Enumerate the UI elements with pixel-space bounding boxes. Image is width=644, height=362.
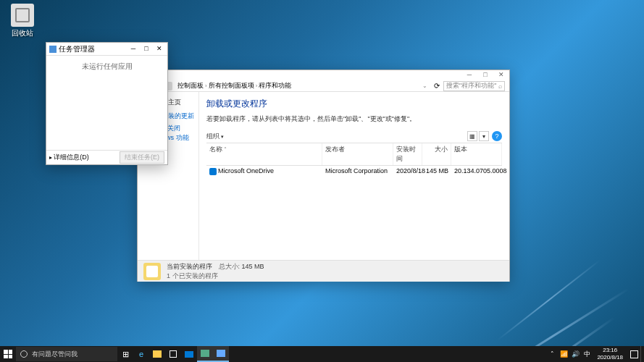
notifications-button[interactable] [627,346,640,362]
col-publisher[interactable]: 发布者 [322,143,393,165]
clock[interactable]: 23:16 2020/8/18 [593,347,627,361]
breadcrumb[interactable]: 控制面板 › 所有控制面板项 › 程序和功能 [175,81,417,90]
organize-button[interactable]: 组织 [206,132,224,141]
programs-icon [143,263,161,280]
maximize-button[interactable]: □ [140,43,153,55]
taskbar: 有问题尽管问我 ⊞ e ˄ 📶 🔊 中 23:16 2020/8/18 [0,346,644,362]
volume-icon[interactable]: 🔊 [569,346,581,362]
taskmgr-footer: 详细信息(D) 结束任务(E) [46,150,167,164]
address-bar: 控制面板 › 所有控制面板项 › 程序和功能 ⌄ ⟳ 搜索"程序和功能" ⌕ [138,80,509,92]
page-title: 卸载或更改程序 [206,98,502,110]
status-title: 当前安装的程序 [167,263,212,270]
onedrive-icon [209,168,217,175]
ime-indicator[interactable]: 中 [581,346,593,362]
col-name[interactable]: 名称 [206,143,322,165]
taskmgr-body: 未运行任何应用 [46,56,167,150]
close-button[interactable]: ✕ [153,43,166,55]
start-button[interactable] [0,346,16,362]
search-icon: ⌕ [498,83,502,90]
maximize-button[interactable]: □ [477,70,493,80]
page-subtext: 若要卸载程序，请从列表中将其选中，然后单击"卸载"、"更改"或"修复"。 [206,114,502,124]
empty-message: 未运行任何应用 [82,62,133,72]
col-size[interactable]: 大小 [422,143,451,165]
view-grid-button[interactable]: ▦ [467,131,477,141]
breadcrumb-item[interactable]: 所有控制面板项 [209,81,254,90]
taskmgr-icon [49,46,57,53]
breadcrumb-item[interactable]: 程序和功能 [259,81,291,90]
status-size-label: 总大小: [219,263,241,270]
status-count: 1 个已安装的程序 [167,272,264,281]
cpanel-titlebar[interactable]: ─ □ ✕ [138,70,509,80]
view-list-button[interactable]: ▾ [479,131,489,141]
search-placeholder: 有问题尽管问我 [32,350,78,359]
toolbar: 组织 ▦ ▾ ? [206,131,502,141]
breadcrumb-item[interactable]: 控制面板 [177,81,204,90]
explorer-button[interactable] [149,346,165,362]
show-desktop-button[interactable] [640,346,644,362]
system-tray: ˄ 📶 🔊 中 23:16 2020/8/18 [546,346,644,362]
cpanel-main: 卸载或更改程序 若要卸载程序，请从列表中将其选中，然后单击"卸载"、"更改"或"… [199,92,509,260]
taskbar-search[interactable]: 有问题尽管问我 [16,347,117,361]
edge-button[interactable]: e [133,346,149,362]
list-header: 名称 发布者 安装时间 大小 版本 [206,143,502,166]
status-bar: 当前安装的程序 总大小: 145 MB 1 个已安装的程序 [138,260,509,282]
windows-icon [4,350,12,358]
store-button[interactable] [165,346,181,362]
mail-button[interactable] [181,346,197,362]
date: 2020/8/18 [597,354,623,361]
taskmgr-taskbar-button[interactable] [197,346,213,362]
taskmgr-titlebar[interactable]: 任务管理器 ─ □ ✕ [46,43,167,56]
status-size-value: 145 MB [242,263,264,270]
control-panel-window: ─ □ ✕ 控制面板 › 所有控制面板项 › 程序和功能 ⌄ ⟳ 搜索"程序和功… [137,70,510,282]
col-installed[interactable]: 安装时间 [393,143,422,165]
network-icon[interactable]: 📶 [558,346,569,362]
close-button[interactable]: ✕ [493,70,509,80]
taskmgr-title: 任务管理器 [59,44,127,54]
program-row[interactable]: Microsoft OneDrive Microsoft Corporation… [206,166,502,177]
help-button[interactable]: ? [492,131,502,141]
time: 23:16 [597,347,623,354]
trash-icon [11,4,34,27]
recycle-bin-label: 回收站 [6,28,38,38]
chevron-right-icon: › [205,83,207,89]
recycle-bin-icon[interactable]: 回收站 [6,4,38,38]
cpanel-taskbar-button[interactable] [213,346,229,362]
minimize-button[interactable]: ─ [461,70,477,80]
refresh-button[interactable]: ⟳ [432,82,441,90]
chevron-right-icon: › [256,83,258,89]
task-manager-window: 任务管理器 ─ □ ✕ 未运行任何应用 详细信息(D) 结束任务(E) [46,42,168,165]
notification-icon [630,350,638,358]
breadcrumb-dropdown[interactable]: ⌄ [419,83,430,89]
cortana-icon [20,350,28,358]
col-version[interactable]: 版本 [451,143,502,165]
tray-chevron-icon[interactable]: ˄ [546,346,558,362]
end-task-button: 结束任务(E) [120,151,164,164]
minimize-button[interactable]: ─ [127,43,140,55]
task-view-button[interactable]: ⊞ [117,346,133,362]
search-input[interactable]: 搜索"程序和功能" ⌕ [443,81,505,91]
details-button[interactable]: 详细信息(D) [49,153,120,162]
search-placeholder: 搜索"程序和功能" [446,81,496,90]
